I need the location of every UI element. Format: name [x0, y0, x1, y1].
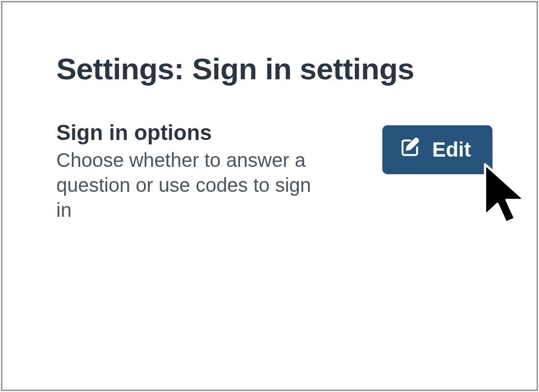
page-title: Settings: Sign in settings	[56, 51, 492, 86]
svg-marker-0	[485, 164, 525, 223]
section-title: Sign in options	[56, 120, 321, 145]
sign-in-options-row: Sign in options Choose whether to answer…	[56, 120, 492, 223]
sign-in-options-text: Sign in options Choose whether to answer…	[56, 120, 321, 223]
edit-action-container: Edit	[382, 120, 492, 174]
edit-icon	[400, 137, 421, 162]
section-description: Choose whether to answer a question or u…	[56, 148, 321, 223]
edit-button-label: Edit	[432, 138, 471, 161]
edit-button[interactable]: Edit	[382, 125, 492, 174]
settings-panel: Settings: Sign in settings Sign in optio…	[1, 1, 538, 391]
